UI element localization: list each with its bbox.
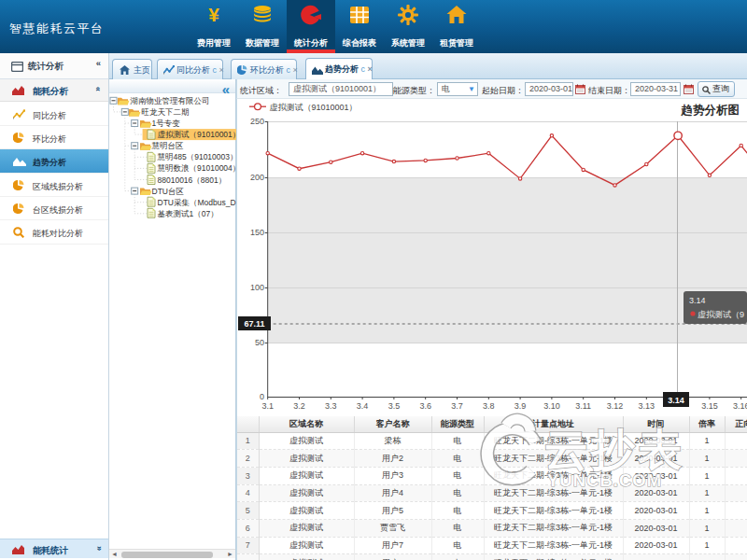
svg-text:基表测试1（07）: 基表测试1（07） [158, 209, 218, 218]
svg-text:150: 150 [250, 228, 264, 237]
svg-text:3.1: 3.1 [261, 401, 274, 411]
svg-text:3.2: 3.2 [293, 401, 305, 411]
svg-text:3.5: 3.5 [388, 401, 401, 411]
svg-text:慧明485（91010003）: 慧明485（91010003） [157, 152, 237, 161]
svg-text:3.14: 3.14 [668, 396, 684, 405]
svg-text:虚拟测试（91010001）: 虚拟测试（91010001） [270, 103, 358, 112]
svg-text:3.14: 3.14 [689, 296, 706, 305]
svg-text:旺龙天下二期: 旺龙天下二期 [142, 107, 190, 117]
svg-text:88010016（8801）: 88010016（8801） [158, 175, 227, 185]
svg-text:3.6: 3.6 [419, 401, 431, 411]
svg-text:湖南物业管理有限公司: 湖南物业管理有限公司 [130, 96, 210, 105]
svg-text:趋势分析图: 趋势分析图 [681, 104, 740, 117]
svg-text:100: 100 [250, 283, 264, 292]
svg-text:慧明数浪（91010004）: 慧明数浪（91010004） [157, 163, 237, 173]
svg-text:YUNCB.COM: YUNCB.COM [547, 470, 662, 490]
svg-text:云抄表: 云抄表 [544, 425, 684, 474]
svg-text:1号专变: 1号专变 [152, 119, 181, 128]
svg-text:0: 0 [260, 392, 264, 401]
svg-text:3.4: 3.4 [357, 401, 369, 411]
svg-text:50: 50 [255, 338, 264, 347]
svg-text:200: 200 [250, 173, 264, 182]
svg-text:67.11: 67.11 [244, 319, 264, 329]
svg-text:慧明台区: 慧明台区 [151, 141, 184, 150]
svg-text:DTU台区: DTU台区 [152, 187, 184, 196]
svg-text:3.7: 3.7 [451, 401, 463, 411]
svg-text:虚拟测试（91010001）: 虚拟测试（91010001） [158, 130, 237, 139]
svg-text:DTU采集（Modbus_D: DTU采集（Modbus_D [158, 198, 236, 207]
svg-text:3.3: 3.3 [325, 401, 337, 411]
svg-text:250: 250 [250, 117, 264, 126]
svg-text:虚拟测试（9: 虚拟测试（9 [698, 310, 744, 319]
